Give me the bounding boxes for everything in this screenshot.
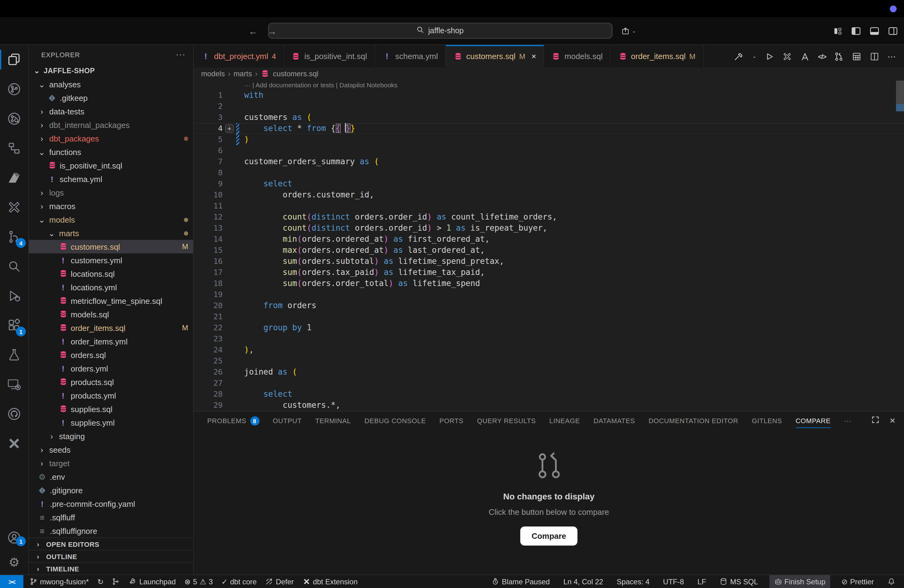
tab-customers-sql[interactable]: customers.sqlM× bbox=[446, 45, 544, 68]
activity-item-testing[interactable] bbox=[0, 340, 28, 370]
status-language-mode[interactable]: MS SQL bbox=[717, 575, 760, 588]
code-line[interactable]: 18+ sum(orders.order_total) as lifetime_… bbox=[194, 278, 904, 289]
tree-item-sqlfluff[interactable]: ≡.sqlfluff bbox=[29, 511, 193, 524]
tree-item-locations-sql[interactable]: locations.sql bbox=[29, 267, 193, 280]
breadcrumb[interactable]: models › marts › customers.sql bbox=[194, 68, 904, 79]
code-line[interactable]: 22+ group by 1 bbox=[194, 322, 904, 334]
code-line[interactable]: 16+ sum(orders.subtotal) as lifetime_spe… bbox=[194, 256, 904, 267]
tree-item-locations-yml[interactable]: !locations.yml bbox=[29, 280, 193, 294]
sidebar-section-timeline[interactable]: ›TIMELINE bbox=[29, 562, 193, 574]
code-line[interactable]: 28+ select bbox=[194, 389, 904, 400]
tree-item-is-positive-int-sql[interactable]: is_positive_int.sql bbox=[29, 159, 193, 172]
activity-item-dbt-power-user[interactable] bbox=[0, 193, 28, 222]
command-center-search[interactable]: jaffle-shop bbox=[268, 23, 612, 39]
panel-tab-lineage[interactable]: LINEAGE bbox=[550, 411, 580, 430]
code-editor[interactable]: ··· | Add documentation or tests | Datap… bbox=[194, 79, 904, 411]
sidebar-section-open-editors[interactable]: ›OPEN EDITORS bbox=[29, 537, 193, 550]
tree-item-sqlfluffignore[interactable]: ≡.sqlfluffignore bbox=[29, 524, 193, 537]
status-problems[interactable]: ⊗5⚠3 bbox=[182, 575, 215, 588]
code-line[interactable]: 12+ count(distinct orders.order_id) as c… bbox=[194, 212, 904, 223]
tree-item-products-sql[interactable]: products.sql bbox=[29, 375, 193, 389]
status-prettier[interactable]: ⊘Prettier bbox=[839, 575, 877, 588]
editor-scrollbar[interactable] bbox=[896, 81, 904, 104]
panel-tab-ports[interactable]: PORTS bbox=[439, 411, 463, 430]
activity-item-github[interactable] bbox=[0, 399, 28, 429]
panel-tab-query-results[interactable]: QUERY RESULTS bbox=[477, 411, 536, 430]
panel-tab-terminal[interactable]: TERMINAL bbox=[315, 411, 351, 430]
activity-item-run-and-debug[interactable] bbox=[0, 281, 28, 311]
workspace-root-folder[interactable]: ⌄ JAFFLE-SHOP bbox=[29, 64, 193, 77]
panel-tab-output[interactable]: OUTPUT bbox=[273, 411, 302, 430]
code-line[interactable]: 6+ bbox=[194, 145, 904, 156]
toggle-secondary-sidebar-icon[interactable] bbox=[888, 26, 898, 35]
tree-item-staging[interactable]: ›staging bbox=[29, 429, 193, 443]
panel-tab-compare[interactable]: COMPARE bbox=[795, 411, 831, 430]
history-back-icon[interactable]: ← bbox=[248, 25, 258, 36]
code-line[interactable]: 13+ count(distinct orders.order_id) > 1 … bbox=[194, 223, 904, 234]
toggle-primary-sidebar-icon[interactable] bbox=[851, 26, 861, 35]
tree-item-gitignore[interactable]: .gitignore bbox=[29, 484, 193, 497]
tree-item-order-items-sql[interactable]: order_items.sqlM bbox=[29, 321, 193, 335]
panel-tab-problems[interactable]: PROBLEMS8 bbox=[207, 411, 259, 430]
code-line[interactable]: 20+ from orders bbox=[194, 300, 904, 311]
panel-tab-debug-console[interactable]: DEBUG CONSOLE bbox=[364, 411, 426, 430]
code-line[interactable]: 29+ customers.*, bbox=[194, 400, 904, 411]
panel-tab-documentation-editor[interactable]: DOCUMENTATION EDITOR bbox=[648, 411, 738, 430]
close-panel-icon[interactable]: × bbox=[890, 415, 895, 426]
code-line[interactable]: 9+ select bbox=[194, 179, 904, 190]
code-line[interactable]: 4+ select * from {{ }} bbox=[194, 123, 904, 134]
tree-item-supplies-yml[interactable]: !supplies.yml bbox=[29, 416, 193, 429]
compare-file-icon[interactable] bbox=[834, 51, 844, 61]
breadcrumb-file[interactable]: customers.sql bbox=[273, 69, 318, 78]
tree-item-functions[interactable]: ⌄functions bbox=[29, 145, 193, 159]
tab-dbt-project-yml[interactable]: !dbt_project.yml4 bbox=[194, 45, 284, 68]
tree-item-metricflow-time-spine-sql[interactable]: metricflow_time_spine.sql bbox=[29, 294, 193, 308]
status-finish-setup[interactable]: Finish Setup bbox=[769, 575, 830, 588]
toggle-panel-icon[interactable] bbox=[869, 26, 879, 35]
code-line[interactable]: 17+ sum(orders.tax_paid) as lifetime_tax… bbox=[194, 267, 904, 278]
status-defer[interactable]: Defer bbox=[263, 575, 296, 588]
explorer-more-actions-icon[interactable]: ··· bbox=[176, 50, 186, 59]
tree-item-logs[interactable]: ›logs bbox=[29, 186, 193, 199]
tree-item-analyses[interactable]: ⌄analyses bbox=[29, 77, 193, 91]
more-actions-icon[interactable]: ⋯ bbox=[887, 51, 897, 61]
code-line[interactable]: 8+ bbox=[194, 167, 904, 179]
compare-button[interactable]: Compare bbox=[521, 526, 577, 545]
status-sync[interactable]: ↻ bbox=[95, 575, 106, 588]
chevron-down-icon[interactable]: ⌄ bbox=[752, 54, 756, 59]
status-encoding[interactable]: UTF-8 bbox=[661, 575, 686, 588]
tree-item-macros[interactable]: ›macros bbox=[29, 199, 193, 213]
tree-item-schema-yml[interactable]: !schema.yml bbox=[29, 172, 193, 186]
tree-item-seeds[interactable]: ›seeds bbox=[29, 443, 193, 456]
tree-item-customers-sql[interactable]: customers.sqlM bbox=[29, 240, 193, 253]
code-line[interactable]: 3+customers as ( bbox=[194, 112, 904, 123]
activity-item-accounts[interactable]: 1 bbox=[0, 525, 28, 550]
status-blame-status[interactable]: Blame Paused bbox=[489, 575, 552, 588]
tree-item-gitkeep[interactable]: .gitkeep bbox=[29, 91, 193, 104]
status-git-branch[interactable]: mwong-fusion* bbox=[27, 575, 91, 588]
tree-item-env[interactable]: ⚙.env bbox=[29, 470, 193, 484]
sidebar-section-outline[interactable]: ›OUTLINE bbox=[29, 550, 193, 562]
dbt-power-user-icon[interactable] bbox=[782, 51, 792, 61]
activity-item-commit-search[interactable] bbox=[0, 104, 28, 133]
dbt-docs-icon[interactable] bbox=[800, 51, 810, 61]
code-line[interactable]: 19+ bbox=[194, 289, 904, 300]
tree-item-dbt-packages[interactable]: ›dbt_packages bbox=[29, 132, 193, 145]
panel-tab-datamates[interactable]: DATAMATES bbox=[593, 411, 635, 430]
tree-item-pre-commit-config-yaml[interactable]: !.pre-commit-config.yaml bbox=[29, 497, 193, 511]
tree-item-data-tests[interactable]: ›data-tests bbox=[29, 104, 193, 118]
activity-item-remote-explorer[interactable] bbox=[0, 370, 28, 399]
code-line[interactable]: 27+ bbox=[194, 378, 904, 389]
code-line[interactable]: 21+ bbox=[194, 311, 904, 322]
activity-item-lineage[interactable] bbox=[0, 133, 28, 163]
status-notifications[interactable] bbox=[885, 575, 898, 588]
tree-item-orders-yml[interactable]: !orders.yml bbox=[29, 362, 193, 375]
code-line[interactable]: 15+ max(orders.ordered_at) as last_order… bbox=[194, 245, 904, 256]
tree-item-target[interactable]: ›target bbox=[29, 456, 193, 470]
add-block-button[interactable]: + bbox=[225, 124, 234, 133]
status-dbt-core[interactable]: ✓dbt core bbox=[219, 575, 259, 588]
activity-item-search[interactable] bbox=[0, 251, 28, 281]
breadcrumb-folder[interactable]: marts bbox=[233, 69, 252, 78]
code-line[interactable]: 10+ orders.customer_id, bbox=[194, 190, 904, 201]
tree-item-orders-sql[interactable]: orders.sql bbox=[29, 348, 193, 362]
